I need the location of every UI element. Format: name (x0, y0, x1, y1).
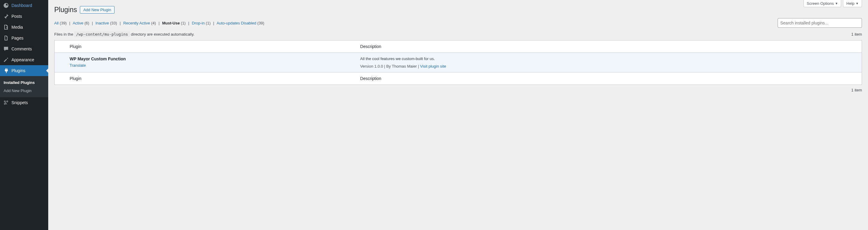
sidebar-label: Snippets (11, 100, 28, 105)
plugin-meta: Version 1.0.0 | By Thomas Maier | Visit … (360, 64, 859, 68)
sidebar-item-media[interactable]: Media (0, 22, 48, 33)
plugins-table: Plugin Description WP Mayor Custom Funct… (54, 40, 862, 85)
top-buttons: Screen Options ▼ Help ▼ (804, 0, 862, 7)
plugin-translate-link[interactable]: Translate (70, 63, 86, 67)
admin-sidebar: Dashboard Posts Media Pages Comments App… (0, 0, 48, 230)
screen-options-label: Screen Options (807, 1, 834, 6)
item-count-bottom: 1 item (54, 88, 862, 92)
sidebar-label: Appearance (11, 57, 34, 62)
search-plugins-input[interactable] (778, 18, 862, 28)
media-icon (3, 24, 9, 30)
plugin-name-cell: WP Mayor Custom Function Translate (67, 53, 357, 72)
sidebar-label: Dashboard (11, 3, 32, 8)
filter-all[interactable]: All (54, 21, 59, 25)
pin-icon (3, 13, 9, 19)
pages-icon (3, 35, 9, 41)
add-new-plugin-button[interactable]: Add New Plugin (80, 6, 115, 13)
filter-drop-in[interactable]: Drop-in (192, 21, 205, 25)
sidebar-submenu: Installed Plugins Add New Plugin (0, 76, 48, 97)
filter-active[interactable]: Active (73, 21, 83, 25)
filter-must-use-count: (1) (181, 21, 186, 25)
sidebar-label: Media (11, 25, 23, 30)
filter-recently-active-count: (4) (151, 21, 156, 25)
filter-all-count: (39) (60, 21, 67, 25)
sidebar-item-comments[interactable]: Comments (0, 44, 48, 54)
filter-recently-active[interactable]: Recently Active (123, 21, 150, 25)
caret-down-icon: ▼ (835, 2, 838, 5)
comments-icon (3, 46, 9, 52)
status-filters: All (39) | Active (6) | Inactive (33) | … (54, 21, 264, 25)
col-checkbox-footer (55, 72, 67, 85)
visit-plugin-site-link[interactable]: Visit plugin site (420, 64, 446, 68)
col-plugin-footer: Plugin (67, 72, 357, 85)
col-checkbox-header (55, 40, 67, 53)
plugin-name: WP Mayor Custom Function (70, 56, 354, 61)
col-description-footer: Description (357, 72, 862, 85)
help-label: Help (846, 1, 855, 6)
filter-auto-updates-disabled-count: (39) (257, 21, 264, 25)
info-suffix: directory are executed automatically. (130, 32, 194, 36)
sidebar-item-plugins[interactable]: Plugins (0, 65, 48, 76)
mu-plugins-info: Files in the /wp-content/mu-plugins dire… (54, 32, 194, 36)
plugin-meta-text: Version 1.0.0 | By Thomas Maier | (360, 64, 420, 68)
item-count-top: 1 item (851, 32, 862, 36)
sidebar-item-pages[interactable]: Pages (0, 33, 48, 44)
mu-plugins-path: /wp-content/mu-plugins (74, 31, 130, 37)
filter-auto-updates-disabled[interactable]: Auto-updates Disabled (217, 21, 256, 25)
sidebar-item-appearance[interactable]: Appearance (0, 54, 48, 65)
sidebar-item-snippets[interactable]: Snippets (0, 97, 48, 108)
filters-row: All (39) | Active (6) | Inactive (33) | … (54, 18, 862, 28)
sidebar-label: Plugins (11, 68, 25, 73)
col-description-header: Description (357, 40, 862, 53)
sidebar-item-posts[interactable]: Posts (0, 11, 48, 22)
filter-drop-in-count: (1) (206, 21, 211, 25)
plugin-description: All the cool features we custom-built fo… (360, 56, 859, 61)
dashboard-icon (3, 2, 9, 8)
filter-inactive[interactable]: Inactive (96, 21, 109, 25)
sidebar-label: Comments (11, 47, 32, 51)
sidebar-label: Pages (11, 36, 24, 40)
submenu-add-new-plugin[interactable]: Add New Plugin (0, 87, 48, 95)
plugin-description-cell: All the cool features we custom-built fo… (357, 53, 862, 72)
col-plugin-header: Plugin (67, 40, 357, 53)
plugins-icon (3, 67, 9, 74)
snippets-icon (3, 99, 9, 106)
plugin-checkbox-cell (55, 53, 67, 72)
filter-inactive-count: (33) (110, 21, 117, 25)
info-row: Files in the /wp-content/mu-plugins dire… (54, 32, 862, 36)
caret-down-icon: ▼ (856, 2, 859, 5)
info-prefix: Files in the (54, 32, 74, 36)
filter-must-use[interactable]: Must-Use (162, 21, 180, 25)
help-button[interactable]: Help ▼ (843, 0, 862, 7)
appearance-icon (3, 57, 9, 63)
page-title: Plugins (54, 6, 77, 14)
sidebar-item-dashboard[interactable]: Dashboard (0, 0, 48, 11)
screen-options-button[interactable]: Screen Options ▼ (804, 0, 841, 7)
plugin-row: WP Mayor Custom Function Translate All t… (55, 53, 862, 72)
sidebar-label: Posts (11, 14, 22, 19)
page-header: Plugins Add New Plugin (54, 3, 862, 14)
main-content: Screen Options ▼ Help ▼ Plugins Add New … (48, 0, 868, 230)
submenu-installed-plugins[interactable]: Installed Plugins (0, 79, 48, 87)
filter-active-count: (6) (84, 21, 89, 25)
